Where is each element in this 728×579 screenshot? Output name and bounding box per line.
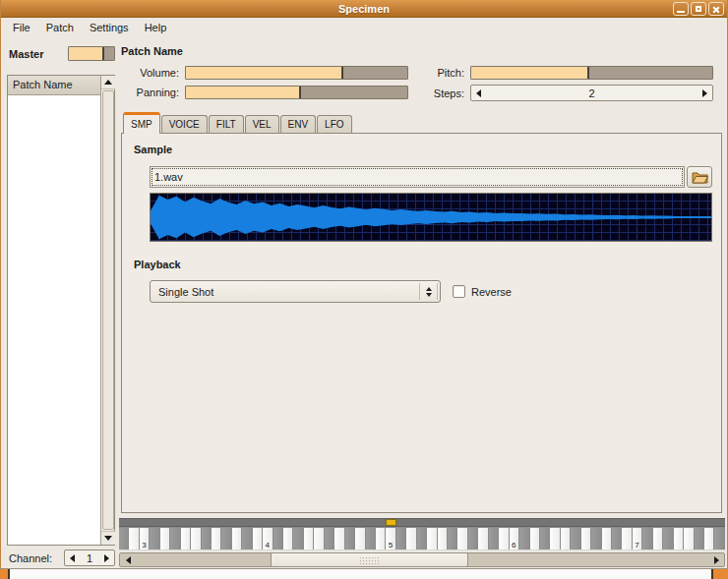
piano-key[interactable] — [376, 528, 386, 550]
piano-key[interactable] — [345, 528, 355, 550]
piano-key[interactable] — [293, 528, 303, 550]
piano-key[interactable] — [355, 528, 365, 550]
open-file-button[interactable] — [687, 166, 712, 188]
piano-key[interactable]: 7 — [633, 528, 642, 550]
sample-file-entry[interactable]: 1.wav — [150, 166, 685, 188]
piano-key[interactable]: 5 — [386, 528, 395, 550]
piano-key[interactable] — [478, 528, 488, 550]
piano-key[interactable] — [129, 528, 139, 550]
master-volume-slider[interactable] — [68, 46, 115, 61]
volume-slider[interactable] — [185, 66, 408, 80]
piano-key[interactable] — [684, 528, 694, 550]
piano-key[interactable] — [540, 528, 550, 550]
piano-key[interactable] — [448, 528, 457, 550]
piano-key[interactable] — [396, 528, 406, 550]
panning-slider[interactable] — [185, 86, 408, 99]
titlebar[interactable]: Specimen — [1, 0, 727, 18]
playback-mode-select[interactable]: Single Shot — [150, 280, 441, 303]
maximize-button[interactable] — [691, 2, 706, 16]
scroll-thumb[interactable] — [102, 90, 114, 530]
piano-key[interactable]: 6 — [510, 528, 519, 550]
piano-key[interactable] — [417, 528, 427, 550]
piano-key[interactable]: 4 — [263, 528, 273, 550]
channel-spinner[interactable]: 1 — [64, 550, 115, 566]
piano-key[interactable] — [571, 528, 580, 550]
root-note-indicator[interactable] — [386, 519, 395, 526]
tab-smp[interactable]: SMP — [123, 112, 160, 134]
piano-key[interactable] — [221, 528, 231, 550]
piano-key[interactable] — [591, 528, 601, 550]
keyboard-scrollbar[interactable] — [119, 552, 725, 567]
spin-left-icon[interactable] — [70, 554, 75, 562]
piano-key[interactable] — [212, 528, 221, 550]
piano-key[interactable] — [499, 528, 509, 550]
steps-spinner[interactable]: 2 — [470, 85, 713, 101]
piano-key[interactable] — [304, 528, 314, 550]
piano-key[interactable] — [150, 528, 159, 550]
piano-key[interactable] — [622, 528, 632, 550]
scroll-right-button[interactable] — [708, 553, 724, 566]
pitch-slider[interactable] — [470, 66, 713, 80]
close-button[interactable] — [708, 2, 724, 16]
minimize-button[interactable] — [673, 2, 689, 16]
patch-list-body[interactable] — [8, 95, 100, 545]
menu-help[interactable]: Help — [137, 19, 175, 36]
piano-key[interactable] — [366, 528, 376, 550]
piano-key[interactable] — [283, 528, 293, 550]
piano-key[interactable] — [232, 528, 242, 550]
scroll-left-button[interactable] — [120, 553, 136, 566]
piano-key[interactable] — [119, 528, 129, 550]
reverse-checkbox[interactable] — [453, 285, 465, 298]
scroll-down-button[interactable] — [101, 531, 115, 545]
spin-right-icon[interactable] — [702, 89, 707, 97]
piano-key[interactable] — [334, 528, 344, 550]
tab-lfo[interactable]: LFO — [317, 115, 351, 133]
piano-key[interactable] — [663, 528, 673, 550]
piano-key[interactable] — [273, 528, 283, 550]
piano-key[interactable] — [714, 528, 724, 550]
piano-key[interactable] — [253, 528, 263, 550]
patch-list-scrollbar[interactable] — [100, 76, 114, 545]
piano-key[interactable] — [170, 528, 180, 550]
piano-key[interactable] — [550, 528, 560, 550]
piano-key[interactable] — [653, 528, 663, 550]
piano-key[interactable] — [642, 528, 652, 550]
piano-key[interactable] — [181, 528, 191, 550]
menu-file[interactable]: File — [5, 19, 38, 36]
piano-key[interactable] — [581, 528, 591, 550]
piano-key[interactable] — [695, 528, 704, 550]
piano-key[interactable] — [457, 528, 467, 550]
midi-keyboard[interactable]: 34567 — [119, 518, 725, 550]
piano-key[interactable] — [427, 528, 437, 550]
patch-list[interactable]: Patch Name — [7, 75, 115, 546]
spin-left-icon[interactable] — [476, 89, 481, 97]
piano-key[interactable] — [530, 528, 540, 550]
piano-key[interactable] — [674, 528, 684, 550]
piano-key[interactable] — [704, 528, 714, 550]
patch-list-header[interactable]: Patch Name — [8, 76, 100, 95]
scrollbar-trough[interactable] — [136, 553, 708, 566]
tab-voice[interactable]: VOICE — [161, 115, 208, 133]
piano-key[interactable] — [325, 528, 334, 550]
tab-env[interactable]: ENV — [280, 115, 317, 133]
piano-key[interactable]: 3 — [140, 528, 150, 550]
piano-key[interactable] — [519, 528, 529, 550]
piano-key[interactable] — [602, 528, 612, 550]
piano-key[interactable] — [438, 528, 448, 550]
piano-key[interactable] — [489, 528, 499, 550]
piano-key[interactable] — [160, 528, 170, 550]
menu-patch[interactable]: Patch — [38, 19, 82, 36]
menu-settings[interactable]: Settings — [82, 19, 137, 36]
tab-filt[interactable]: FILT — [209, 115, 244, 133]
piano-key[interactable] — [561, 528, 571, 550]
piano-key[interactable] — [314, 528, 324, 550]
scrollbar-thumb[interactable] — [271, 552, 468, 567]
scroll-up-button[interactable] — [101, 76, 115, 89]
tab-vel[interactable]: VEL — [245, 115, 279, 133]
spin-right-icon[interactable] — [104, 554, 109, 562]
piano-key[interactable] — [191, 528, 201, 550]
piano-key[interactable] — [242, 528, 252, 550]
piano-key[interactable] — [468, 528, 478, 550]
piano-key[interactable] — [406, 528, 416, 550]
piano-key[interactable] — [612, 528, 622, 550]
